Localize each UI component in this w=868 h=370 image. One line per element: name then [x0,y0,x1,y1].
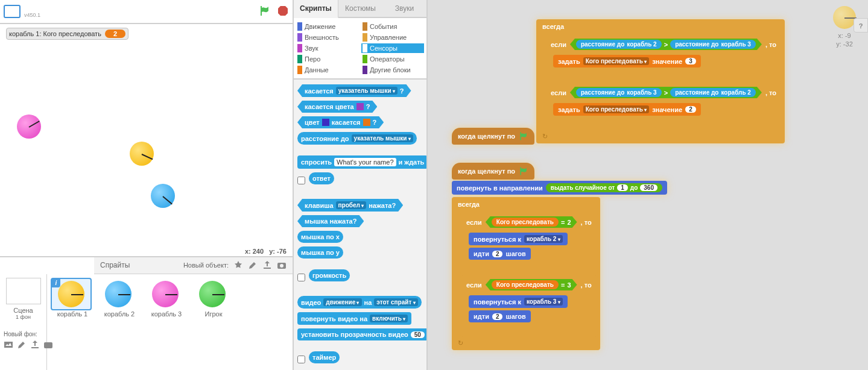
forever-block: всегда если расстояние до корабль 2 > ра… [536,19,785,143]
block-video-transparency[interactable]: установить прозрачность видео 50 [297,328,426,340]
editor-tabs: Скрипты Костюмы Звуки [294,0,426,18]
block-palette: касается указатель мышки ? касается цвет… [294,80,426,370]
green-flag-icon[interactable] [259,5,271,18]
if-block-1: если расстояние до корабль 2 > расстояни… [545,35,782,82]
stage-sprite-ship1[interactable] [130,142,154,166]
category-Сенсоры[interactable]: Сенсоры [361,43,424,53]
fullscreen-button[interactable] [4,5,21,18]
if-block-4: если Кого преследовать = 3 , то повернут… [460,275,598,337]
stage-coords: x: 240 y: -76 [0,246,293,257]
scene-box[interactable]: Сцена 1 фон Новый фон: [0,274,47,370]
paint-icon[interactable] [248,260,258,270]
bg-paint-icon[interactable] [17,340,27,351]
sprite-item-ship3[interactable]: корабль 3 [145,278,188,366]
bg-upload-icon[interactable] [30,340,40,351]
sprites-list: i корабль 1 корабль 2 корабль 3 Игрок [47,274,293,370]
new-object-tools: Новый объект: [183,260,287,270]
block-color-touching[interactable]: цвет касается ? [297,116,384,128]
if-block-3: если Кого преследовать = 2 , то повернут… [460,213,598,274]
sprite-item-ship2[interactable]: корабль 2 [98,278,141,366]
answer-checkbox[interactable] [297,177,305,184]
library-icon[interactable] [233,260,243,270]
sprite-item-player[interactable]: Игрок [192,278,235,366]
block-video[interactable]: видео движение на этот спрайт [297,296,422,309]
block-mouse-y[interactable]: мышка по y [297,246,343,259]
block-touching[interactable]: касается указатель мышки ? [297,84,411,97]
point-towards-2: повернуться к корабль 2 [469,233,568,245]
script-2[interactable]: когда щелкнут по повернуть в направлении… [452,163,856,350]
svg-point-2 [280,264,284,268]
loudness-checkbox[interactable] [297,274,305,281]
category-Движение[interactable]: Движение [296,22,359,31]
palette-column: Скрипты Костюмы Звуки ДвижениеСобытияВне… [294,0,428,370]
set-var-2: задать Кого преследовать значение 2 [553,103,701,116]
svg-marker-0 [278,6,288,16]
block-touching-color[interactable]: касается цвета ? [297,101,377,113]
point-towards-3: повернуться к корабль 3 [469,295,568,308]
block-answer[interactable]: ответ [309,172,334,184]
block-mouse-x[interactable]: мышка по x [297,231,343,243]
stage-canvas[interactable]: корабль 1: Кого преследовать 2 [0,24,293,246]
sprites-panel: Сцена 1 фон Новый фон: i корабль 1 [0,274,293,370]
tab-scripts[interactable]: Скрипты [294,0,338,18]
category-Данные[interactable]: Данные [296,65,359,75]
move-2: идти 2 шагов [469,248,531,260]
block-timer[interactable]: таймер [309,351,340,363]
category-События[interactable]: События [361,22,424,31]
sprite-item-ship1[interactable]: i корабль 1 [51,278,94,366]
sprites-header: Спрайты [100,261,130,269]
category-Операторы[interactable]: Операторы [361,54,424,64]
point-direction: повернуть в направлении выдать случайное… [452,181,667,195]
scripts-area[interactable]: x: -9 y: -32 когда щелкнут по всегда есл… [428,0,868,370]
variable-monitor-value: 2 [105,30,125,38]
timer-checkbox[interactable] [297,356,305,363]
stage-toolbar: v450.1 [0,0,293,24]
category-Внешность[interactable]: Внешность [296,33,359,42]
block-key-pressed[interactable]: клавиша пробел нажата? [297,199,403,212]
camera-icon[interactable] [277,260,287,270]
hat-when-flag: когда щелкнут по [452,128,534,145]
category-Управление[interactable]: Управление [361,33,424,42]
stage-column: v450.1 корабль 1: Кого преследовать 2 x:… [0,0,294,370]
variable-monitor[interactable]: корабль 1: Кого преследовать 2 [6,28,128,40]
script-1[interactable]: когда щелкнут по всегда если расстояние … [452,18,856,145]
set-var-3: задать Кого преследовать значение 3 [553,55,701,67]
svg-rect-3 [4,342,13,348]
variable-monitor-label: корабль 1: Кого преследовать [9,30,101,37]
bg-library-icon[interactable] [4,340,13,351]
category-Звук[interactable]: Звук [296,43,359,53]
tab-costumes[interactable]: Костюмы [338,0,382,17]
stop-icon[interactable] [277,5,289,18]
block-turn-video[interactable]: повернуть видео на включить [297,312,411,325]
hat-when-flag-2: когда щелкнут по [452,163,534,180]
if-block-2: если расстояние до корабль 3 > расстояни… [545,83,782,130]
stage-sprite-ship2[interactable] [151,184,175,208]
scene-thumb[interactable] [6,278,41,304]
category-Перо[interactable]: Перо [296,54,359,64]
forever-block-2: всегда если Кого преследовать = 2 , то п… [452,197,600,350]
move-3: идти 2 шагов [469,310,531,322]
block-loudness[interactable]: громкость [309,269,350,281]
version-label: v450.1 [24,12,40,18]
category-grid: ДвижениеСобытияВнешностьУправлениеЗвукСе… [294,18,426,80]
block-ask[interactable]: спросить What's your name? и ждать [297,155,426,169]
stage-sprite-ship3[interactable] [17,114,41,139]
tab-sounds[interactable]: Звуки [382,0,426,17]
block-distance-to[interactable]: расстояние до указатель мышки [297,132,417,145]
category-Другие блоки[interactable]: Другие блоки [361,65,424,75]
block-mouse-down[interactable]: мышка нажата? [297,215,364,227]
help-tab[interactable]: ? [854,18,868,33]
upload-icon[interactable] [262,260,272,270]
